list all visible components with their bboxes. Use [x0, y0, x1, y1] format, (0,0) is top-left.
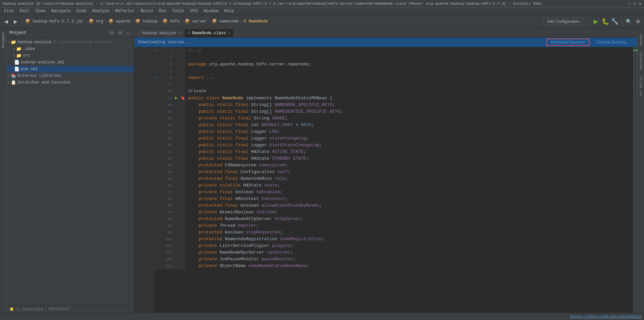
code-line-98: 98 private Thread emptier; [155, 222, 633, 229]
project-panel: Project ⟳ ⚙ — ▼ 📁 hadoop-analyse D:\sour… [7, 28, 134, 313]
breadcrumb-org[interactable]: 📦 org [89, 19, 103, 24]
code-line-85: 85 public static final Logger stateChang… [155, 135, 633, 142]
run-gutter-79[interactable]: ▶ [175, 95, 177, 101]
breadcrumb-hdfs[interactable]: 📦 hdfs [163, 19, 180, 24]
tree-item-scratches[interactable]: ▶ 📋 Scratches and Consoles [7, 79, 134, 86]
menu-item-help[interactable]: Help [221, 8, 237, 14]
breadcrumb-server[interactable]: 📦 server [185, 19, 207, 24]
code-line-86: 86 public static final Logger blockState… [155, 142, 633, 149]
debug-btn[interactable]: 🐛 [601, 17, 609, 25]
minimize-btn[interactable]: — [628, 1, 631, 6]
fold-1[interactable]: ▼ [155, 47, 160, 54]
code-line-97: 97 protected NameNodeHttpServer httpServ… [155, 216, 633, 222]
ant-build-tab[interactable]: Ant Build [638, 73, 644, 100]
gutter [134, 47, 155, 313]
breadcrumb-jar[interactable]: 📦 hadoop-hdfs-2.7.3.jar [25, 19, 83, 24]
code-line-84: 84 public static final Logger LOG; [155, 128, 633, 135]
project-panel-title: Project [9, 31, 26, 35]
menu-item-build[interactable]: Build [138, 8, 156, 14]
marker-green [633, 50, 637, 51]
menu-item-tools[interactable]: Tools [170, 8, 187, 14]
breadcrumb-class[interactable]: © NameNode [244, 19, 268, 24]
bookmark-gutter-79[interactable]: 🔖 [180, 96, 185, 101]
menu-item-vcs[interactable]: VCS [188, 8, 201, 14]
code-content[interactable]: ▼ 1 /.../ 5 6 [155, 47, 633, 313]
status-bar: https://blog.csdn.net/u013289115 [0, 313, 644, 320]
favorites-tab[interactable]: ⭐ 2: Favorites [7, 306, 46, 313]
separator [22, 17, 23, 25]
tree-item-root[interactable]: ▼ 📁 hadoop-analyse D:\source\hadoop-anal… [7, 39, 134, 46]
ds-buttons: Download Sources Choose Sources... [546, 39, 633, 46]
code-line-90: 90 protected final Configuration conf; [155, 169, 633, 175]
tree-item-src[interactable]: ▶ 📁 src [7, 52, 134, 59]
code-line-80: 80 public static final String[] NAMENODE… [155, 102, 633, 108]
maximize-btn[interactable]: ❐ [633, 1, 636, 6]
left-bottom-tabs: ⭐ 2: Favorites Structure [7, 305, 134, 313]
right-sidebar-tabs: Maven Database Ant Build [637, 28, 644, 313]
sync-btn[interactable]: ⟳ [109, 30, 115, 36]
status-right: https://blog.csdn.net/u013289115 [570, 315, 641, 319]
tree-item-idea[interactable]: ▶ 📁 .idea [7, 46, 134, 52]
tree-item-iml[interactable]: 📄 hadoop-analyse.iml [7, 59, 134, 66]
breadcrumb: 📦 hadoop-hdfs-2.7.3.jar › 📦 org › 📦 apac… [25, 19, 268, 24]
menu-item-navigate[interactable]: Navigate [48, 8, 73, 14]
run-btn[interactable]: ▶ [592, 17, 600, 25]
close-tab-namenode[interactable]: ✕ [228, 31, 230, 35]
code-line-83: 83 public static final int DEFAULT_PORT … [155, 122, 633, 128]
breadcrumb-hadoop[interactable]: 📦 hadoop [135, 19, 157, 24]
panel-icons: ⟳ ⚙ — [109, 30, 131, 36]
code-line-92: 92 private volatile HAState state; [155, 182, 633, 189]
settings-btn[interactable]: ⚙ [634, 17, 642, 25]
structure-tab[interactable]: Structure [46, 306, 71, 313]
menu-item-code[interactable]: Code [74, 8, 89, 14]
separator3 [621, 17, 622, 25]
maven-tab[interactable]: Maven [638, 31, 644, 49]
hide-panel-btn[interactable]: — [125, 30, 131, 36]
menu-item-refactor[interactable]: Refactor [113, 8, 137, 14]
search-btn[interactable]: 🔍 [625, 17, 633, 25]
menu-item-analyze[interactable]: Analyze [90, 8, 112, 14]
code-line-77: 77 [155, 81, 633, 88]
status-link[interactable]: https://blog.csdn.net/u013289115 [570, 315, 641, 319]
forward-btn[interactable]: ▶ [11, 17, 19, 25]
code-line-102: 102 private NameNodeRpcServer rpcServer; [155, 249, 633, 256]
code-line-82: 82 private static final String USAGE; [155, 115, 633, 122]
add-configuration-btn[interactable]: Add Configuration... [543, 18, 586, 25]
menu-bar: FileEditViewNavigateCodeAnalyzeRefactorB… [0, 7, 644, 15]
menu-item-edit[interactable]: Edit [17, 8, 32, 14]
tree-item-external[interactable]: ▶ 📚 External Libraries [7, 72, 134, 79]
menu-item-window[interactable]: Window [201, 8, 221, 14]
java-icon: ☕ [138, 31, 140, 35]
project-tab-vertical[interactable]: Project [1, 30, 6, 50]
choose-sources-btn[interactable]: Choose Sources... [592, 39, 633, 46]
tabs-bar: ☕ hadoop-analyse ✕ © NameNode.class ✕ [134, 28, 637, 38]
editor-area: ☕ hadoop-analyse ✕ © NameNode.class ✕ Do… [134, 28, 637, 313]
title-controls: — ❐ ✕ [628, 1, 641, 6]
code-line-100: 100 protected NamenodeRegistration nodeR… [155, 236, 633, 243]
code-line-94: 94 private final HAContext haContext; [155, 196, 633, 202]
close-btn[interactable]: ✕ [639, 1, 641, 6]
menu-item-file[interactable]: File [1, 8, 16, 14]
back-btn[interactable]: ◀ [2, 17, 10, 25]
code-table: ▼ 1 /.../ 5 6 [155, 47, 633, 269]
code-line-6: 6 package org.apache.hadoop.hdfs.server.… [155, 61, 633, 68]
database-tab[interactable]: Database [638, 49, 644, 73]
download-sources-btn[interactable]: Download Sources [546, 39, 590, 46]
tab-hadoop-analyse[interactable]: ☕ hadoop-analyse ✕ [134, 29, 184, 37]
breadcrumb-apache[interactable]: 📦 apache [109, 19, 130, 24]
menu-item-run[interactable]: Run [156, 8, 169, 14]
profile-btn[interactable]: 🔧 [611, 17, 619, 25]
breadcrumb-namenode[interactable]: 📦 namenode [212, 19, 239, 24]
close-tab-hadoop[interactable]: ✕ [178, 31, 180, 35]
tab-namenode[interactable]: © NameNode.class ✕ [184, 29, 234, 37]
menu-item-view[interactable]: View [33, 8, 48, 14]
code-line-89: 89 protected FSNamesystem namesystem; [155, 162, 633, 169]
settings-panel-btn[interactable]: ⚙ [117, 30, 123, 36]
code-line-7: 7 [155, 68, 633, 74]
code-editor: ▼ 1 /.../ 5 6 [134, 47, 637, 313]
fold-8[interactable]: ▼ [155, 74, 160, 81]
tree-item-pom[interactable]: 📄 pom.xml [7, 66, 134, 72]
separator2 [589, 17, 589, 25]
project-tree: ▼ 📁 hadoop-analyse D:\source\hadoop-anal… [7, 38, 134, 305]
linenum-1: 1 [160, 47, 175, 54]
